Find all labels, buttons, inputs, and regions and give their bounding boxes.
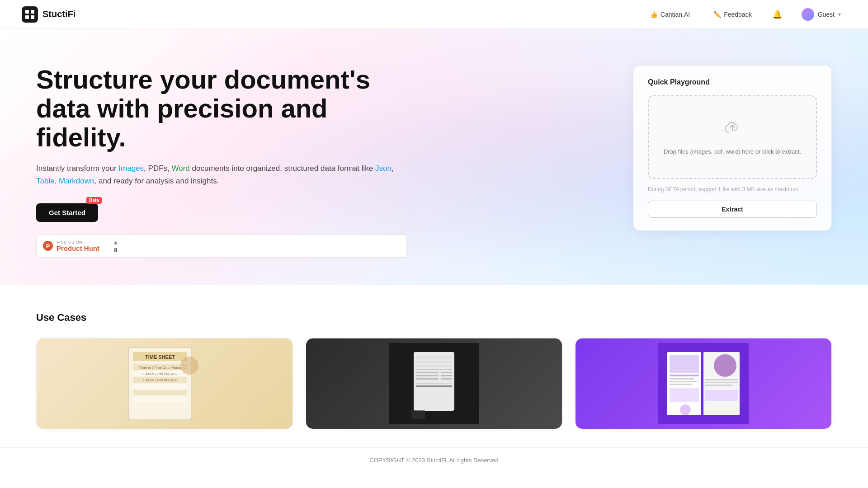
svg-rect-24	[416, 372, 439, 373]
svg-rect-39	[670, 378, 694, 380]
get-started-button[interactable]: Get Started Beta	[36, 203, 98, 222]
svg-rect-16	[133, 396, 187, 402]
svg-point-48	[680, 404, 691, 415]
svg-rect-14	[133, 384, 187, 389]
svg-rect-1	[25, 10, 29, 14]
svg-rect-40	[670, 381, 697, 382]
svg-rect-41	[670, 384, 692, 385]
svg-rect-23	[416, 369, 452, 370]
upload-icon	[658, 118, 807, 142]
logo-icon	[22, 6, 38, 23]
product-hunt-logo: P	[43, 241, 53, 251]
svg-rect-37	[670, 355, 699, 373]
logo[interactable]: StuctiFi	[22, 6, 75, 23]
notifications-button[interactable]: 🔔	[769, 6, 785, 23]
playground-card: Quick Playground Drop files (images, pdf…	[633, 65, 832, 231]
use-case-card-magazine[interactable]	[575, 338, 832, 429]
svg-point-17	[180, 357, 198, 375]
use-cases-cards: TIME SHEET Time In | Time Out | Hours 9:…	[36, 338, 832, 429]
svg-rect-33	[411, 410, 425, 419]
pencil-icon: ✏️	[713, 11, 721, 18]
svg-rect-2	[31, 10, 34, 14]
drop-hint: During BETA period, support 1 file with …	[648, 186, 817, 192]
ph-text: FIND US ON Product Hunt	[57, 240, 99, 252]
beta-badge: Beta	[86, 197, 102, 204]
chevron-down-icon: ▾	[838, 11, 841, 18]
hero-left: Structure your document's data with prec…	[36, 65, 407, 258]
bell-icon: 🔔	[772, 9, 782, 19]
thumbs-up-icon: 👍	[650, 11, 658, 18]
drop-zone[interactable]: Drop files (images, pdf, word) here or c…	[648, 95, 817, 179]
svg-rect-4	[31, 15, 34, 19]
svg-rect-20	[416, 356, 452, 359]
svg-text:9:00 AM  |  1:55 PM  |  4.92: 9:00 AM | 1:55 PM | 4.92	[143, 372, 178, 376]
svg-rect-25	[441, 372, 452, 373]
hero-right: Quick Playground Drop files (images, pdf…	[633, 65, 832, 231]
svg-text:9:00 AM  |  5:00 PM  |  8.00: 9:00 AM | 5:00 PM | 8.00	[143, 379, 178, 382]
svg-rect-29	[441, 378, 452, 380]
navbar: StuctiFi 👍 Cantian.AI ✏️ Feedback 🔔 Gues…	[0, 0, 868, 29]
product-hunt-badge[interactable]: P FIND US ON Product Hunt ▲ 8	[36, 235, 407, 258]
svg-rect-22	[416, 365, 452, 366]
logo-text: StuctiFi	[42, 9, 75, 19]
svg-rect-15	[133, 390, 187, 395]
cantian-button[interactable]: 👍 Cantian.AI	[644, 8, 696, 21]
svg-rect-42	[670, 388, 699, 402]
svg-rect-0	[22, 6, 38, 23]
nav-actions: 👍 Cantian.AI ✏️ Feedback 🔔 Guest ▾	[644, 6, 846, 23]
use-case-card-timesheet[interactable]: TIME SHEET Time In | Time Out | Hours 9:…	[36, 338, 293, 429]
receipt-image	[306, 338, 562, 429]
playground-title: Quick Playground	[648, 78, 817, 86]
extract-button[interactable]: Extract	[648, 201, 817, 218]
feedback-button[interactable]: ✏️ Feedback	[707, 8, 758, 21]
svg-rect-21	[416, 361, 452, 363]
svg-rect-30	[416, 383, 452, 384]
drop-text: Drop files (images, pdf, word) here or c…	[658, 147, 807, 156]
svg-rect-26	[416, 375, 439, 376]
use-cases-title: Use Cases	[36, 312, 832, 324]
svg-rect-44	[705, 379, 738, 380]
svg-rect-46	[705, 385, 732, 386]
upvote-arrow-icon: ▲	[113, 239, 119, 246]
svg-rect-28	[416, 378, 439, 380]
timesheet-image: TIME SHEET Time In | Time Out | Hours 9:…	[37, 338, 292, 429]
footer-copyright: COPYRIGHT © 2023 StuctiFi, All rights Re…	[369, 457, 498, 464]
hero-title: Structure your document's data with prec…	[36, 65, 407, 151]
hero-subtitle: Instantly transform your Images, PDFs, W…	[36, 162, 407, 187]
user-menu-button[interactable]: Guest ▾	[796, 6, 846, 23]
svg-rect-27	[441, 375, 452, 376]
hero-section: Structure your document's data with prec…	[0, 29, 868, 285]
svg-rect-3	[25, 15, 29, 19]
avatar	[802, 8, 814, 21]
ph-right: ▲ 8	[106, 235, 125, 257]
ph-left: P FIND US ON Product Hunt	[37, 236, 106, 256]
svg-text:TIME SHEET: TIME SHEET	[145, 354, 175, 360]
cta-row: Get Started Beta	[36, 203, 407, 222]
svg-rect-19	[414, 352, 454, 411]
svg-text:Time In  |  Time Out  |  Hours: Time In | Time Out | Hours	[139, 366, 181, 370]
magazine-image	[576, 338, 831, 429]
footer: COPYRIGHT © 2023 StuctiFi, All rights Re…	[0, 447, 868, 473]
svg-rect-47	[705, 390, 738, 401]
svg-rect-45	[705, 382, 738, 383]
svg-point-43	[714, 354, 736, 377]
use-case-card-receipt[interactable]	[306, 338, 562, 429]
svg-rect-38	[670, 375, 699, 376]
use-cases-section: Use Cases TIME SHEET Time In | Time Out …	[0, 285, 868, 447]
svg-rect-32	[436, 385, 452, 387]
